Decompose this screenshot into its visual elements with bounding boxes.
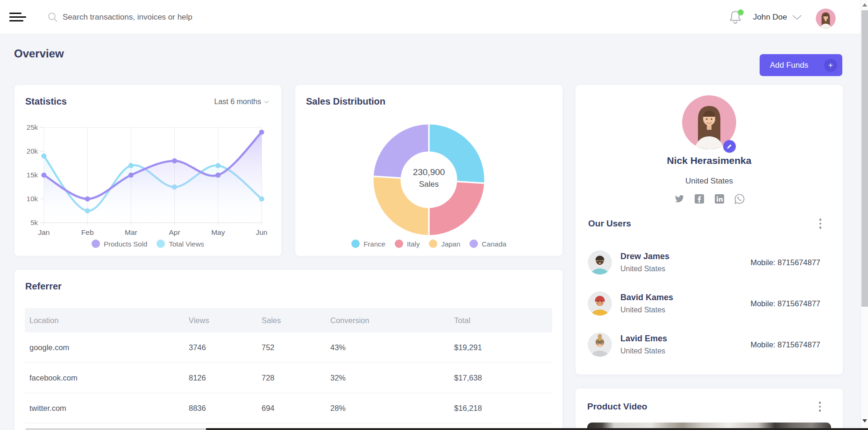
legend-dot bbox=[429, 240, 437, 248]
table-row: google.com374675243%$19,291 bbox=[25, 332, 552, 363]
line-chart: 5k10k15k20k25kJanFebMarAprMayJun bbox=[14, 85, 281, 239]
social-icons-row bbox=[576, 193, 843, 204]
our-users-menu-icon[interactable] bbox=[816, 218, 825, 230]
user-mobile: Mobile: 8715674877 bbox=[750, 258, 831, 267]
table-cell: 43% bbox=[330, 343, 454, 352]
table-row: twitter.com883669428%$16,218 bbox=[25, 393, 552, 423]
user-name: John Doe bbox=[753, 13, 787, 22]
referrer-card: Referrer LocationViewsSalesConversionTot… bbox=[14, 270, 562, 430]
user-avatar bbox=[588, 250, 612, 275]
donut-chart-legend: FranceItalyJapanCanada bbox=[295, 240, 562, 248]
user-name: Drew James bbox=[620, 252, 669, 261]
svg-text:15k: 15k bbox=[27, 171, 38, 179]
legend-dot bbox=[470, 240, 478, 248]
legend-dot bbox=[351, 240, 360, 248]
referrer-title: Referrer bbox=[25, 281, 62, 292]
sales-distribution-card: Sales Distribution 230,900 Sales FranceI… bbox=[295, 85, 562, 256]
table-cell: 32% bbox=[330, 374, 454, 382]
notifications-button[interactable] bbox=[727, 8, 746, 27]
user-list-item: Lavid EmesUnited StatesMobile: 871567487… bbox=[576, 324, 843, 365]
notification-dot bbox=[738, 9, 744, 15]
referrer-table: LocationViewsSalesConversionTotalgoogle.… bbox=[25, 308, 552, 423]
product-video-menu-icon[interactable] bbox=[816, 401, 824, 413]
legend-dot bbox=[157, 240, 165, 248]
line-chart-legend: Products SoldTotal Views bbox=[14, 240, 281, 248]
table-cell: 8126 bbox=[189, 374, 262, 382]
user-avatar[interactable] bbox=[816, 8, 836, 28]
horizontal-scrollbar-thumb[interactable] bbox=[206, 428, 868, 430]
whatsapp-icon[interactable] bbox=[734, 193, 745, 204]
svg-text:Mar: Mar bbox=[125, 228, 137, 236]
top-navbar: John Doe bbox=[0, 0, 868, 35]
profile-users-card: Nick Herasimenka United States Our Users… bbox=[576, 85, 843, 374]
table-cell: facebook.com bbox=[29, 374, 189, 382]
table-cell: $17,638 bbox=[454, 374, 552, 382]
scroll-up-arrow[interactable] bbox=[862, 3, 867, 7]
user-location: United States bbox=[620, 347, 667, 355]
horizontal-scrollbar-track[interactable] bbox=[26, 428, 206, 430]
add-funds-button[interactable]: Add Funds + bbox=[760, 54, 842, 76]
column-header: Sales bbox=[262, 316, 330, 325]
user-list-item: Drew JamesUnited StatesMobile: 871567487… bbox=[576, 242, 843, 283]
page-title: Overview bbox=[14, 47, 64, 60]
product-video-card: Product Video bbox=[576, 388, 843, 430]
legend-item[interactable]: France bbox=[351, 240, 385, 248]
user-location: United States bbox=[620, 265, 669, 273]
scroll-down-arrow[interactable] bbox=[862, 419, 867, 423]
user-mobile: Mobile: 8715674877 bbox=[750, 299, 831, 308]
table-cell: 28% bbox=[330, 404, 454, 413]
column-header: Total bbox=[454, 316, 552, 325]
vertical-scrollbar[interactable] bbox=[861, 0, 868, 430]
table-cell: $16,218 bbox=[454, 404, 552, 413]
dashboard-screen: { "colors": { "accent": "#675cf0", "noti… bbox=[0, 0, 868, 430]
table-row: facebook.com812672832%$17,638 bbox=[25, 363, 552, 393]
plus-icon: + bbox=[824, 59, 837, 72]
legend-item[interactable]: Japan bbox=[429, 240, 460, 248]
user-avatar bbox=[588, 332, 612, 357]
svg-text:25k: 25k bbox=[27, 123, 38, 131]
chevron-down-icon bbox=[792, 14, 802, 20]
add-funds-label: Add Funds bbox=[770, 61, 808, 70]
users-list: Drew JamesUnited StatesMobile: 871567487… bbox=[576, 242, 843, 365]
table-cell: 3746 bbox=[189, 343, 262, 352]
legend-item[interactable]: Products Sold bbox=[92, 240, 147, 248]
column-header: Conversion bbox=[330, 316, 454, 325]
legend-item[interactable]: Canada bbox=[470, 240, 506, 248]
table-cell: 8836 bbox=[189, 404, 262, 413]
legend-item[interactable]: Italy bbox=[395, 240, 420, 248]
product-video-title: Product Video bbox=[587, 402, 647, 412]
user-avatar bbox=[588, 291, 612, 316]
table-cell: $19,291 bbox=[454, 343, 552, 352]
vertical-scrollbar-thumb[interactable] bbox=[861, 10, 868, 307]
profile-name: Nick Herasimenka bbox=[576, 155, 843, 166]
user-location: United States bbox=[620, 306, 673, 314]
edit-profile-button[interactable] bbox=[723, 140, 736, 153]
profile-location: United States bbox=[576, 176, 843, 186]
user-menu[interactable]: John Doe bbox=[753, 10, 802, 24]
column-header: Location bbox=[29, 316, 189, 325]
svg-text:Feb: Feb bbox=[81, 228, 94, 236]
table-cell: google.com bbox=[29, 343, 189, 352]
search-input[interactable] bbox=[63, 10, 324, 24]
svg-text:Apr: Apr bbox=[169, 228, 180, 236]
table-header-row: LocationViewsSalesConversionTotal bbox=[25, 308, 552, 332]
svg-text:10k: 10k bbox=[27, 195, 38, 203]
svg-text:Jan: Jan bbox=[38, 228, 50, 236]
user-list-item: Bavid KamesUnited StatesMobile: 87156748… bbox=[576, 283, 843, 324]
legend-dot bbox=[92, 240, 100, 248]
legend-item[interactable]: Total Views bbox=[157, 240, 204, 248]
twitter-icon[interactable] bbox=[674, 193, 685, 204]
user-name: Bavid Kames bbox=[620, 293, 673, 303]
facebook-icon[interactable] bbox=[694, 193, 705, 204]
user-mobile: Mobile: 8715674877 bbox=[750, 340, 831, 349]
menu-icon[interactable] bbox=[9, 13, 26, 23]
search-icon bbox=[47, 11, 59, 23]
column-header: Views bbox=[189, 316, 262, 325]
donut-chart bbox=[295, 85, 562, 239]
statistics-card: Statistics Last 6 months 5k10k15k20k25kJ… bbox=[14, 85, 281, 256]
linkedin-icon[interactable] bbox=[714, 193, 725, 204]
svg-text:20k: 20k bbox=[27, 147, 38, 155]
svg-text:May: May bbox=[211, 228, 225, 236]
legend-dot bbox=[395, 240, 403, 248]
table-cell: 752 bbox=[262, 343, 330, 352]
